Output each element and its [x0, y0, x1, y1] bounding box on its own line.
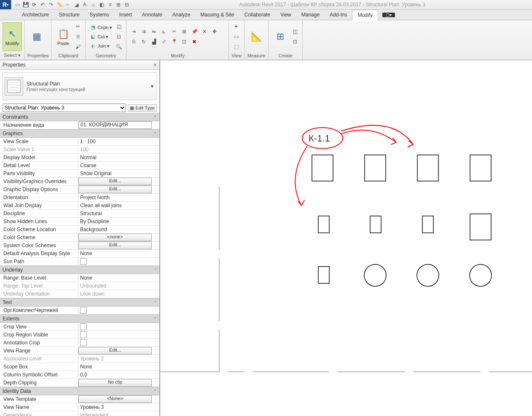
- copy-mod-icon[interactable]: ⎘: [129, 37, 138, 46]
- property-value[interactable]: 1 : 100: [78, 139, 159, 144]
- mirror-icon[interactable]: ⇋: [149, 27, 159, 36]
- cope-button[interactable]: ⬔Cope ▾: [88, 23, 113, 32]
- undo-icon[interactable]: ↶: [39, 1, 46, 8]
- cut-icon[interactable]: ✂: [73, 22, 83, 31]
- section-icon[interactable]: ◧: [98, 1, 105, 8]
- properties-button[interactable]: ▦: [27, 23, 46, 51]
- paste-button[interactable]: 📋Paste: [54, 23, 73, 51]
- property-row[interactable]: Underlay OrientationLook down: [0, 290, 159, 298]
- collapse-icon[interactable]: ⌃: [153, 268, 157, 272]
- property-row[interactable]: Color Scheme<none>: [0, 234, 159, 242]
- property-row[interactable]: Associated LevelУровень 2: [0, 355, 159, 363]
- geom3-icon[interactable]: 🔍: [114, 42, 124, 51]
- instance-selector[interactable]: Structural Plan: Уровень 3: [3, 104, 126, 112]
- join-button[interactable]: ⬖Join ▾: [88, 42, 113, 50]
- property-row[interactable]: Default Analysis Display StyleNone: [0, 250, 159, 258]
- move-icon[interactable]: ✥: [210, 27, 219, 36]
- property-row[interactable]: View RangeEdit...: [0, 347, 159, 355]
- collapse-icon[interactable]: ⌃: [153, 300, 157, 305]
- property-button[interactable]: No clip: [78, 379, 152, 387]
- property-value[interactable]: Show Original: [78, 171, 159, 176]
- view2-icon[interactable]: ▭: [231, 32, 241, 41]
- edit-type-button[interactable]: ▦Edit Type: [128, 104, 157, 112]
- property-value[interactable]: Уровень 2: [78, 356, 159, 362]
- unpin-icon[interactable]: 📍: [169, 37, 179, 46]
- section-header[interactable]: Text⌃: [0, 298, 159, 307]
- section-header[interactable]: Identity Data⌃: [0, 387, 159, 395]
- tab-analyze[interactable]: Analyze: [167, 10, 196, 20]
- property-button[interactable]: <none>: [78, 234, 152, 241]
- property-row[interactable]: OrientationProject North: [0, 194, 159, 202]
- property-row[interactable]: Display ModelNormal: [0, 154, 159, 162]
- property-value[interactable]: Clean all wall joins: [78, 203, 159, 208]
- thinlines-icon[interactable]: ≡: [107, 1, 113, 8]
- create-button[interactable]: ⊞: [271, 23, 290, 51]
- property-value[interactable]: 0,0: [78, 372, 159, 378]
- tab-structure[interactable]: Structure: [54, 10, 85, 20]
- property-value[interactable]: 100: [78, 147, 159, 152]
- group-icon[interactable]: ⊡: [180, 37, 189, 46]
- geom2-icon[interactable]: ⊡: [114, 32, 124, 41]
- property-row[interactable]: Show Hidden LinesBy Discipline: [0, 218, 159, 226]
- view3d-icon[interactable]: ⌂: [90, 1, 97, 8]
- tab-annotate[interactable]: Annotate: [137, 10, 167, 20]
- scale-icon[interactable]: ⤢: [159, 37, 169, 46]
- property-row[interactable]: Wall Join DisplayClean all wall joins: [0, 202, 159, 210]
- property-row[interactable]: Depth ClippingNo clip: [0, 379, 159, 387]
- mirror2-icon[interactable]: ▟: [149, 37, 159, 46]
- property-value[interactable]: Structural: [78, 211, 159, 216]
- property-button[interactable]: Edit...: [78, 178, 152, 185]
- property-row[interactable]: Орг.КомплектЧертежей: [0, 307, 159, 315]
- align-icon[interactable]: ⇥: [129, 27, 138, 36]
- property-value[interactable]: 01. КООРДИНАЦИЯ: [78, 121, 152, 129]
- options-bar-toggle[interactable]: ▢▾: [382, 13, 395, 17]
- tag-icon[interactable]: ◢: [73, 1, 80, 8]
- create1-icon[interactable]: ◫: [290, 27, 300, 36]
- tab-insert[interactable]: Insert: [114, 10, 137, 20]
- section-header[interactable]: Underlay⌃: [0, 266, 159, 274]
- tab-modify[interactable]: Modify: [352, 10, 378, 21]
- property-value[interactable]: By Discipline: [78, 219, 159, 224]
- property-checkbox[interactable]: [80, 339, 87, 346]
- drawing-canvas[interactable]: К-1.1: [160, 60, 532, 416]
- trim-icon[interactable]: ⊾: [159, 27, 169, 36]
- tab-systems[interactable]: Systems: [85, 10, 114, 20]
- tab-collaborate[interactable]: Collaborate: [239, 10, 275, 20]
- property-row[interactable]: Column Symbolic Offset0,0: [0, 371, 159, 379]
- measure-icon[interactable]: 📏: [56, 1, 63, 8]
- delete-icon[interactable]: ✕: [200, 27, 209, 36]
- create2-icon[interactable]: ⊡: [290, 37, 300, 46]
- property-row[interactable]: Scale Value 1:100: [0, 146, 159, 154]
- property-button[interactable]: <None>: [78, 395, 152, 403]
- property-checkbox[interactable]: [80, 258, 87, 265]
- property-checkbox[interactable]: [80, 331, 87, 338]
- property-row[interactable]: View Scale1 : 100: [0, 138, 159, 146]
- property-row[interactable]: Crop View: [0, 323, 159, 331]
- property-value[interactable]: Look down: [78, 291, 159, 297]
- property-value[interactable]: None: [78, 275, 159, 281]
- property-row[interactable]: Range: Base LevelNone: [0, 274, 159, 282]
- dimension-icon[interactable]: ↔: [64, 1, 71, 8]
- property-row[interactable]: DependencyIndependent: [0, 411, 159, 416]
- section-header[interactable]: Extents⌃: [0, 315, 159, 323]
- property-row[interactable]: Detail LevelCoarse: [0, 162, 159, 170]
- switch-windows-icon[interactable]: ⊟: [124, 1, 130, 8]
- property-value[interactable]: Уровень 3: [78, 404, 159, 410]
- tab-architecture[interactable]: Architecture: [17, 10, 54, 20]
- sync-icon[interactable]: ⟳: [31, 1, 38, 8]
- property-value[interactable]: Normal: [78, 155, 159, 160]
- collapse-icon[interactable]: ⌃: [153, 317, 157, 321]
- delete2-icon[interactable]: ✖: [190, 37, 199, 46]
- property-value[interactable]: Unbounded: [78, 283, 159, 289]
- property-row[interactable]: Scope BoxNone: [0, 363, 159, 371]
- text-icon[interactable]: A: [81, 1, 88, 8]
- property-button[interactable]: Edit...: [78, 186, 152, 193]
- property-button[interactable]: Edit...: [78, 242, 152, 249]
- collapse-icon[interactable]: ⌃: [153, 131, 157, 136]
- tab-massing[interactable]: Massing & Site: [196, 10, 239, 20]
- property-row[interactable]: System Color SchemesEdit...: [0, 242, 159, 250]
- property-row[interactable]: View Template<None>: [0, 395, 159, 403]
- property-row[interactable]: View NameУровень 3: [0, 403, 159, 411]
- save-icon[interactable]: 💾: [22, 1, 29, 8]
- offset-icon[interactable]: ⇉: [139, 27, 148, 36]
